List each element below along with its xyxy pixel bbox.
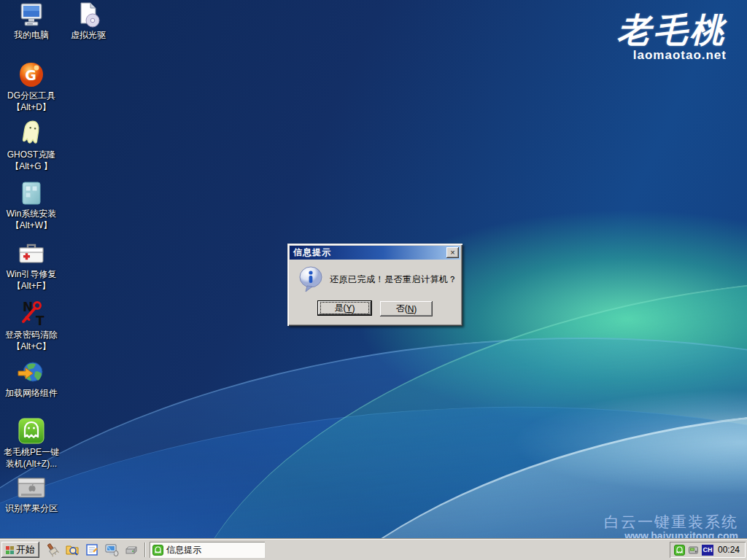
- boot-repair-icon: [17, 240, 46, 268]
- taskbar: 开始: [0, 540, 747, 560]
- no-label: 否(: [396, 303, 408, 315]
- desktop-icon-my-computer[interactable]: 我的电脑: [1, 2, 61, 40]
- pe-onekey-ghost-icon: [17, 416, 46, 446]
- start-label: 开始: [16, 543, 35, 556]
- desktop-icon-label: 虚拟光驱: [71, 30, 106, 40]
- svg-text:G: G: [25, 67, 36, 83]
- yes-label-suffix: ): [352, 303, 355, 314]
- wallpaper-arc: [214, 359, 747, 560]
- desktop-icon-label: 加载网络组件: [5, 388, 58, 398]
- taskbar-separator: [144, 542, 145, 557]
- desktop-icon-label2: 【Alt+D】: [12, 102, 51, 112]
- system-tray: CH 00:24: [670, 542, 746, 558]
- desktop-icon-label: 登录密码清除: [5, 330, 58, 340]
- desktop[interactable]: 老毛桃 laomaotao.net 白云一键重装系统 www.baiyunxit…: [0, 0, 747, 560]
- wallpaper-arc: [0, 285, 747, 560]
- tray-backup-icon[interactable]: [688, 545, 699, 556]
- no-button[interactable]: 否(N): [380, 301, 433, 316]
- info-icon: [298, 266, 323, 294]
- dg-partition-icon: G: [18, 61, 45, 89]
- desktop-icon-label2: 装机(Alt+Z)...: [6, 459, 57, 469]
- desktop-icon-win-boot-repair[interactable]: Win引导修复 【Alt+F】: [1, 240, 61, 291]
- desktop-icon-virtual-cdrom[interactable]: 虚拟光驱: [58, 2, 118, 40]
- brand-logo: 老毛桃 laomaotao.net: [617, 13, 727, 63]
- dialog-message: 还原已完成！是否重启计算机？: [330, 273, 457, 286]
- desktop-icon-label2: 【Alt+W】: [11, 220, 52, 230]
- display-settings-icon[interactable]: [104, 542, 119, 557]
- ramdisk-drive-icon[interactable]: [124, 542, 139, 557]
- desktop-icon-label2: 【Alt+G 】: [10, 161, 53, 171]
- desktop-icon-login-password-clear[interactable]: N T 登录密码清除 【Alt+C】: [1, 299, 61, 351]
- close-icon[interactable]: ×: [446, 247, 459, 258]
- apple-drive-icon: [16, 475, 47, 502]
- dialog-titlebar[interactable]: 信息提示 ×: [290, 246, 460, 260]
- yes-label: 是(: [334, 302, 346, 314]
- start-button[interactable]: 开始: [1, 542, 39, 558]
- wallpaper-arc: [0, 369, 747, 560]
- desktop-icon-label: 老毛桃PE一键: [4, 447, 59, 457]
- task-button-label: 信息提示: [166, 544, 201, 556]
- folder-search-icon[interactable]: [65, 542, 80, 557]
- desktop-icon-label: 我的电脑: [14, 30, 49, 40]
- start-logo-icon: [6, 546, 14, 554]
- clock[interactable]: 00:24: [718, 545, 740, 555]
- desktop-icon-label2: 【Alt+C】: [12, 341, 51, 351]
- my-computer-icon: [18, 2, 45, 28]
- win-install-icon: [18, 179, 45, 207]
- brand-domain: laomaotao.net: [617, 48, 727, 63]
- virtual-cdrom-icon: [74, 2, 102, 28]
- task-button-message-dialog[interactable]: 信息提示: [150, 542, 265, 558]
- desktop-icon-label: 识别苹果分区: [5, 503, 58, 513]
- tray-ghost-icon[interactable]: [674, 545, 685, 556]
- watermark-title: 白云一键重装系统: [604, 512, 738, 532]
- quick-launch: [45, 542, 139, 557]
- desktop-icon-label: Win引导修复: [7, 269, 57, 279]
- desktop-icon-ghost-clone[interactable]: GHOST克隆 【Alt+G 】: [1, 119, 61, 171]
- desktop-icon-label: GHOST克隆: [7, 149, 56, 160]
- ghost-icon: [17, 119, 46, 148]
- desktop-icon-label2: 【Alt+F】: [12, 281, 50, 291]
- desktop-icon-label: Win系统安装: [7, 209, 57, 219]
- no-accesskey: N: [408, 304, 414, 314]
- network-globe-icon: [17, 359, 46, 386]
- yes-accesskey: Y: [346, 303, 352, 314]
- desktop-icon-label: DG分区工具: [7, 90, 55, 101]
- nt-password-key-icon: N T: [17, 299, 46, 328]
- yes-button[interactable]: 是(Y): [317, 300, 372, 316]
- desktop-icon-laomaotao-pe-onekey[interactable]: 老毛桃PE一键 装机(Alt+Z)...: [1, 416, 61, 469]
- desktop-icon-dg-partition[interactable]: G DG分区工具 【Alt+D】: [1, 61, 61, 112]
- input-method-indicator[interactable]: CH: [702, 545, 713, 556]
- sweep-desktop-icon[interactable]: [45, 542, 60, 557]
- brand-name: 老毛桃: [617, 13, 727, 47]
- no-label-suffix: ): [414, 304, 417, 314]
- dialog-title: 信息提示: [293, 246, 446, 259]
- notepad-edit-icon[interactable]: [85, 542, 99, 557]
- desktop-icon-apple-partition[interactable]: 识别苹果分区: [1, 475, 61, 513]
- svg-text:T: T: [36, 314, 44, 328]
- desktop-icon-win-install[interactable]: Win系统安装 【Alt+W】: [1, 179, 61, 230]
- message-dialog: 信息提示 × 还原已完成！是否重启计算机？ 是(Y) 否(N): [287, 244, 462, 326]
- desktop-icon-load-network[interactable]: 加载网络组件: [1, 359, 61, 398]
- ghost-task-icon: [152, 545, 163, 556]
